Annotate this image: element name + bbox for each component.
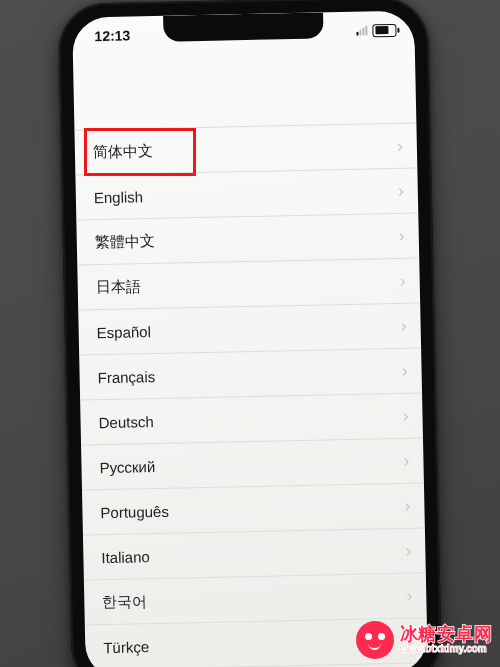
language-row-traditional-chinese[interactable]: 繁體中文 › xyxy=(76,213,419,265)
language-row-simplified-chinese[interactable]: 简体中文 › xyxy=(74,123,417,175)
language-label: Italiano xyxy=(101,548,150,566)
language-row-spanish[interactable]: Español › xyxy=(78,303,421,355)
language-label: Русский xyxy=(99,458,155,476)
language-label: 简体中文 xyxy=(93,141,153,161)
language-row-japanese[interactable]: 日本語 › xyxy=(77,258,420,310)
watermark-text: 冰糖安卓网 www.btxtdmy.com xyxy=(400,625,493,654)
language-label: 繁體中文 xyxy=(95,231,155,251)
chevron-right-icon: › xyxy=(401,362,407,380)
language-label: 한국어 xyxy=(102,592,147,612)
chevron-right-icon: › xyxy=(398,182,404,200)
language-label: Türkçe xyxy=(103,638,149,656)
clock: 12:13 xyxy=(94,27,130,44)
header-spacer xyxy=(73,44,417,129)
language-label: English xyxy=(94,188,144,206)
watermark: 冰糖安卓网 www.btxtdmy.com xyxy=(356,621,493,659)
language-row-french[interactable]: Français › xyxy=(79,348,422,400)
battery-icon xyxy=(372,23,396,36)
chevron-right-icon: › xyxy=(402,407,408,425)
phone-screen: 12:13 简体中文 › English › xyxy=(72,10,428,667)
chevron-right-icon: › xyxy=(397,137,403,155)
language-label: 日本語 xyxy=(96,277,141,297)
chevron-right-icon: › xyxy=(405,542,411,560)
language-row-portuguese[interactable]: Português › xyxy=(82,483,425,535)
chevron-right-icon: › xyxy=(400,272,406,290)
language-label: Français xyxy=(97,367,155,385)
language-list: 简体中文 › English › 繁體中文 › 日本語 › Español xyxy=(74,122,427,667)
language-label: Español xyxy=(97,323,152,341)
language-row-english[interactable]: English › xyxy=(75,168,418,220)
status-right-cluster xyxy=(356,23,396,37)
chevron-right-icon: › xyxy=(406,587,412,605)
watermark-site-url: www.btxtdmy.com xyxy=(400,644,493,655)
chevron-right-icon: › xyxy=(399,227,405,245)
language-row-german[interactable]: Deutsch › xyxy=(80,393,423,445)
language-label: Português xyxy=(100,502,169,520)
language-row-korean[interactable]: 한국어 › xyxy=(84,573,427,625)
cellular-signal-icon xyxy=(356,25,367,35)
language-row-russian[interactable]: Русский › xyxy=(81,438,424,490)
photo-background: 12:13 简体中文 › English › xyxy=(0,0,500,667)
language-label: Deutsch xyxy=(98,413,153,431)
notch xyxy=(163,12,324,41)
chevron-right-icon: › xyxy=(400,317,406,335)
watermark-logo-icon xyxy=(356,621,394,659)
chevron-right-icon: › xyxy=(403,452,409,470)
chevron-right-icon: › xyxy=(404,497,410,515)
language-row-italian[interactable]: Italiano › xyxy=(83,528,426,580)
watermark-site-name: 冰糖安卓网 xyxy=(400,625,493,644)
phone-frame: 12:13 简体中文 › English › xyxy=(58,0,442,667)
